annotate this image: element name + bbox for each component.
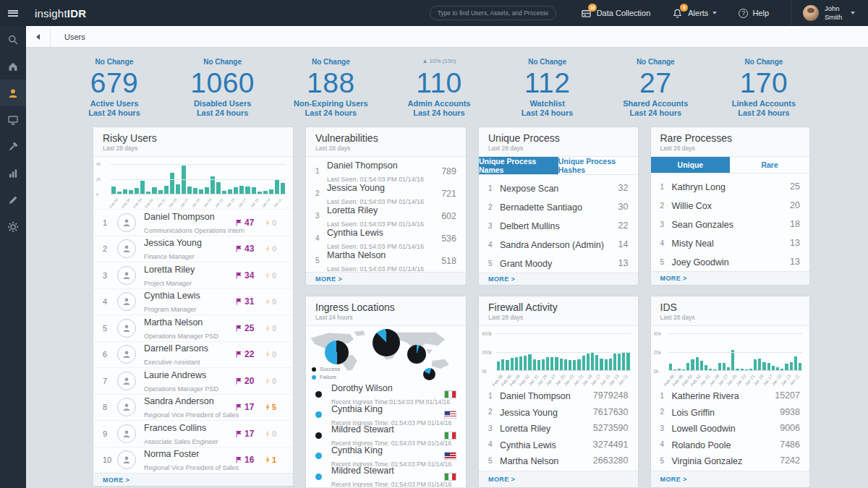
more-link[interactable]: MORE > bbox=[651, 271, 810, 285]
chart-bar[interactable] bbox=[691, 359, 694, 370]
stat-non-expiring-users[interactable]: No Change188Non-Expiring UsersLast 24 ho… bbox=[287, 58, 374, 119]
ingress-pie-europe[interactable] bbox=[373, 329, 400, 356]
chart-bar[interactable] bbox=[269, 189, 273, 194]
chart-bar[interactable] bbox=[158, 190, 163, 194]
chart-bar[interactable] bbox=[281, 183, 285, 194]
chart-bar[interactable] bbox=[754, 359, 757, 370]
chart-bar[interactable] bbox=[205, 187, 209, 194]
more-link[interactable]: MORE > bbox=[93, 473, 293, 486]
ids-chart[interactable]: Feb 08Feb 06Feb 04Feb 02Jan 31Jan 29Jan … bbox=[651, 326, 810, 385]
chart-bar[interactable] bbox=[673, 369, 676, 370]
chart-bar[interactable] bbox=[129, 190, 133, 194]
chart-bar[interactable] bbox=[239, 186, 244, 194]
chart-bar[interactable] bbox=[669, 364, 672, 370]
chart-bar[interactable] bbox=[696, 357, 699, 370]
chart-bar[interactable] bbox=[222, 191, 226, 194]
chart-bar[interactable] bbox=[758, 359, 761, 371]
chart-bar[interactable] bbox=[626, 353, 629, 370]
stat-admin-accounts[interactable]: ▲ 10% (150)110Admin AccountsLast 24 hour… bbox=[396, 58, 482, 119]
chart-bar[interactable] bbox=[713, 369, 716, 370]
chart-bar[interactable] bbox=[542, 359, 545, 370]
list-item[interactable]: 5Grant Moody13 bbox=[479, 254, 638, 273]
chart-bar[interactable] bbox=[573, 360, 576, 370]
chart-bar[interactable] bbox=[595, 355, 598, 370]
chart-bar[interactable] bbox=[767, 363, 770, 370]
chart-bar[interactable] bbox=[123, 189, 127, 194]
risky-user-row[interactable]: 9Frances CollinsAssociate Sales Engineer… bbox=[93, 420, 293, 447]
more-link[interactable]: MORE > bbox=[651, 471, 810, 487]
risky-users-chart[interactable]: Feb 08Feb 06Feb 04Feb 02Jan 31Jan 29Jan … bbox=[93, 157, 293, 209]
chart-bar[interactable] bbox=[745, 369, 748, 370]
sidebar-item-log-search[interactable] bbox=[0, 187, 26, 213]
stat-linked-accounts[interactable]: No Change170Linked AccountsLast 24 hours bbox=[720, 58, 807, 119]
chart-bar[interactable] bbox=[228, 189, 232, 194]
more-link[interactable]: MORE > bbox=[306, 272, 466, 285]
list-item[interactable]: 4Sandra Anderson (Admin)14 bbox=[479, 235, 638, 254]
chart-bar[interactable] bbox=[234, 187, 238, 194]
stat-disabled-users[interactable]: No Change1060Disabled UsersLast 24 hours bbox=[179, 58, 266, 119]
list-item[interactable]: 1Daniel ThompsonLast Seen: 01:54:03 PM 0… bbox=[306, 160, 466, 182]
list-item[interactable]: 3Delbert Mullins22 bbox=[479, 216, 638, 235]
list-item[interactable]: 5Martha NelsonLast Seen: 01:54:03 PM 01/… bbox=[306, 249, 466, 272]
list-item[interactable]: 4Cynthia LewisLast Seen: 01:54:03 PM 01/… bbox=[306, 227, 466, 249]
chart-bar[interactable] bbox=[164, 186, 169, 194]
chart-bar[interactable] bbox=[501, 359, 504, 371]
chart-bar[interactable] bbox=[216, 182, 221, 194]
stat-active-users[interactable]: No Change679Active UsersLast 24 hours bbox=[71, 58, 158, 119]
firewall-chart[interactable]: Feb 08Feb 06Feb 04Feb 02Jan 31Jan 29Jan … bbox=[479, 326, 638, 385]
risky-user-row[interactable]: 2Jessica YoungFinance Manager430 bbox=[93, 236, 293, 262]
chart-bar[interactable] bbox=[790, 362, 793, 370]
chart-bar[interactable] bbox=[193, 188, 197, 194]
chart-bar[interactable] bbox=[678, 369, 681, 371]
chart-bar[interactable] bbox=[682, 369, 685, 370]
chart-bar[interactable] bbox=[785, 364, 788, 370]
list-item[interactable]: 5Martha Nelson2663280 bbox=[479, 453, 638, 469]
sidebar-item-investigations[interactable] bbox=[0, 133, 26, 160]
chart-bar[interactable] bbox=[252, 187, 256, 194]
list-item[interactable]: 2Bernadette Santiago30 bbox=[479, 197, 638, 216]
chart-bar[interactable] bbox=[524, 356, 527, 370]
chart-bar[interactable] bbox=[152, 187, 156, 194]
ingress-pie-north-america[interactable] bbox=[325, 341, 349, 364]
chart-bar[interactable] bbox=[749, 369, 752, 371]
chart-bar[interactable] bbox=[613, 354, 616, 370]
chart-bar[interactable] bbox=[727, 367, 730, 370]
list-item[interactable]: 5Joey Goodwin13 bbox=[651, 252, 810, 271]
risky-user-row[interactable]: 3Loretta RileyProject Manager340 bbox=[93, 262, 293, 288]
chart-bar[interactable] bbox=[780, 369, 783, 371]
tab-unique-process-names[interactable]: Unique Process Names bbox=[479, 157, 558, 174]
sidebar-item-endpoints[interactable] bbox=[0, 106, 26, 133]
chart-bar[interactable] bbox=[245, 187, 250, 194]
chart-bar[interactable] bbox=[170, 173, 174, 194]
chart-bar[interactable] bbox=[723, 363, 726, 370]
alerts-button[interactable]: 9 Alerts bbox=[672, 8, 717, 19]
tab-rare[interactable]: Rare bbox=[730, 157, 809, 173]
chart-bar[interactable] bbox=[762, 362, 765, 370]
chart-bar[interactable] bbox=[600, 359, 603, 371]
sidebar-item-settings[interactable] bbox=[0, 213, 26, 240]
chart-bar[interactable] bbox=[117, 192, 122, 194]
chart-bar[interactable] bbox=[176, 184, 180, 194]
chart-bar[interactable] bbox=[546, 357, 549, 370]
data-collection-button[interactable]: 16 Data Collection bbox=[581, 8, 651, 19]
chart-bar[interactable] bbox=[111, 187, 116, 194]
chart-bar[interactable] bbox=[199, 189, 203, 194]
chart-bar[interactable] bbox=[146, 192, 150, 194]
list-item[interactable]: 2Willie Cox20 bbox=[651, 196, 810, 215]
sidebar-item-users[interactable] bbox=[0, 80, 26, 106]
list-item[interactable]: 3Loretta Riley5273590 bbox=[479, 420, 638, 437]
chart-bar[interactable] bbox=[587, 354, 590, 370]
risky-user-row[interactable]: 6Darnell ParsonsExecutive Assistant220 bbox=[93, 341, 293, 368]
search-input[interactable] bbox=[430, 6, 556, 20]
chart-bar[interactable] bbox=[533, 359, 536, 371]
list-item[interactable]: 3Loretta RileyLast Seen: 01:54:03 PM 01/… bbox=[306, 205, 466, 227]
more-link[interactable]: MORE > bbox=[479, 471, 638, 487]
chart-bar[interactable] bbox=[564, 359, 567, 370]
chart-bar[interactable] bbox=[275, 179, 279, 194]
chart-bar[interactable] bbox=[709, 369, 712, 371]
chart-bar[interactable] bbox=[618, 354, 621, 371]
chart-bar[interactable] bbox=[609, 359, 612, 370]
chart-bar[interactable] bbox=[550, 357, 553, 371]
chart-bar[interactable] bbox=[569, 360, 571, 371]
chart-bar[interactable] bbox=[577, 359, 580, 371]
